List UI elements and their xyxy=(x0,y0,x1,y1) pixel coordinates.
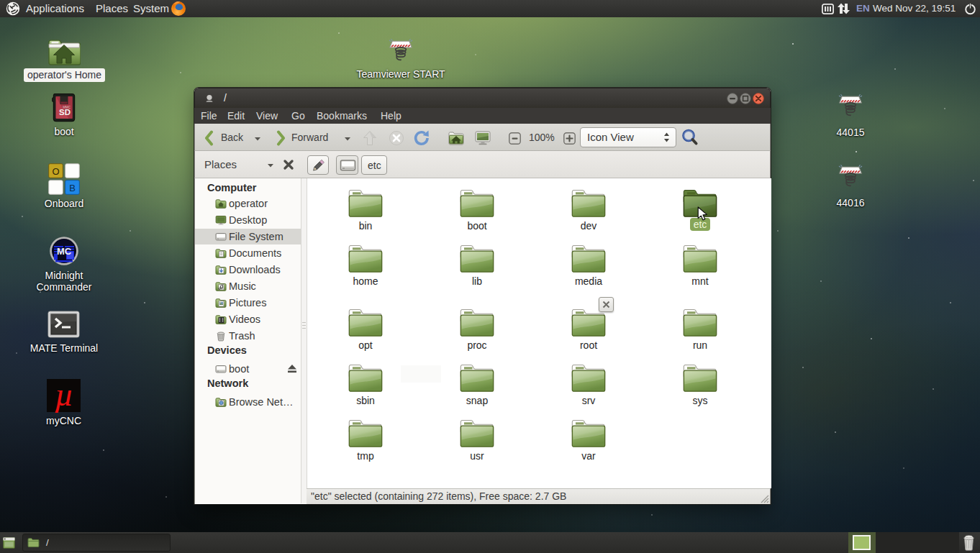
svg-text:µ: µ xyxy=(55,378,74,413)
svg-text:B: B xyxy=(69,183,76,193)
svg-text:O: O xyxy=(52,166,59,177)
svg-text:SD: SD xyxy=(59,108,71,116)
svg-text:MC: MC xyxy=(57,246,72,257)
